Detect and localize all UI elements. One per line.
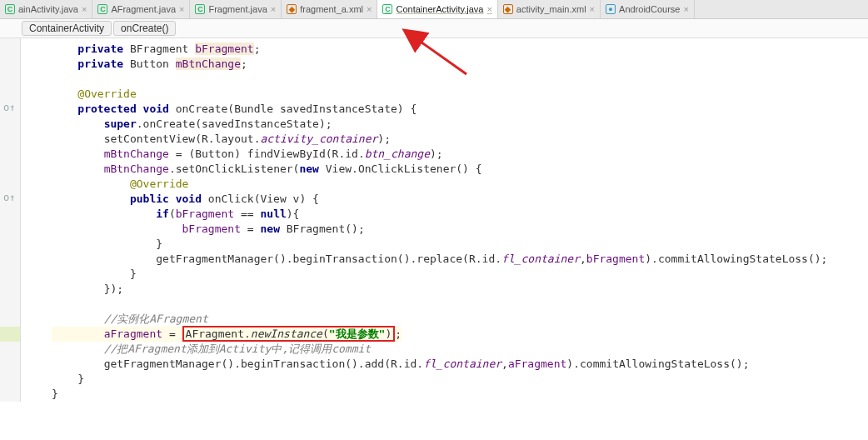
tab-label: fragment_a.xml: [300, 4, 363, 14]
breadcrumb: ContainerActivity onCreate(): [0, 19, 868, 38]
tab-label: ainActivity.java: [18, 4, 78, 14]
close-icon[interactable]: ×: [179, 4, 184, 14]
file-type-icon: ●: [606, 4, 616, 14]
override-gutter-icon[interactable]: o↑: [3, 102, 15, 113]
code-content[interactable]: private BFragment bFragment; private But…: [23, 38, 868, 402]
file-type-icon: ◆: [503, 4, 513, 14]
close-icon[interactable]: ×: [486, 4, 491, 14]
tab-fragment-java[interactable]: CFragment.java×: [190, 0, 282, 18]
highlighted-call: AFragment.newInstance("我是参数"): [182, 326, 396, 342]
tab-label: ContainerActivity.java: [396, 4, 483, 14]
tab-androidcourse[interactable]: ●AndroidCourse×: [601, 0, 695, 18]
tab-label: AndroidCourse: [619, 4, 680, 14]
breadcrumb-class[interactable]: ContainerActivity: [22, 21, 112, 36]
code-editor[interactable]: o↑ o↑ private BFragment bFragment; priva…: [0, 38, 868, 402]
tab-activity-main-xml[interactable]: ◆activity_main.xml×: [498, 0, 601, 18]
caret-line-gutter: [0, 327, 20, 342]
breadcrumb-method[interactable]: onCreate(): [113, 21, 176, 36]
file-type-icon: C: [5, 4, 15, 14]
override-gutter-icon[interactable]: o↑: [3, 192, 15, 203]
close-icon[interactable]: ×: [590, 4, 595, 14]
file-type-icon: C: [382, 4, 392, 14]
close-icon[interactable]: ×: [367, 4, 372, 14]
file-type-icon: C: [195, 4, 205, 14]
gutter: o↑ o↑: [0, 38, 21, 402]
file-type-icon: ◆: [287, 4, 297, 14]
file-type-icon: C: [97, 4, 107, 14]
close-icon[interactable]: ×: [683, 4, 688, 14]
tab-afragment-java[interactable]: CAFragment.java×: [92, 0, 190, 18]
editor-tabs: CainActivity.java×CAFragment.java×CFragm…: [0, 0, 868, 19]
close-icon[interactable]: ×: [82, 4, 87, 14]
tab-fragment-a-xml[interactable]: ◆fragment_a.xml×: [282, 0, 377, 18]
tab-label: activity_main.xml: [516, 4, 586, 14]
close-icon[interactable]: ×: [271, 4, 276, 14]
tab-label: Fragment.java: [208, 4, 267, 14]
tab-label: AFragment.java: [111, 4, 176, 14]
tab-ainactivity-java[interactable]: CainActivity.java×: [0, 0, 92, 18]
tab-containeractivity-java[interactable]: CContainerActivity.java×: [377, 0, 497, 19]
